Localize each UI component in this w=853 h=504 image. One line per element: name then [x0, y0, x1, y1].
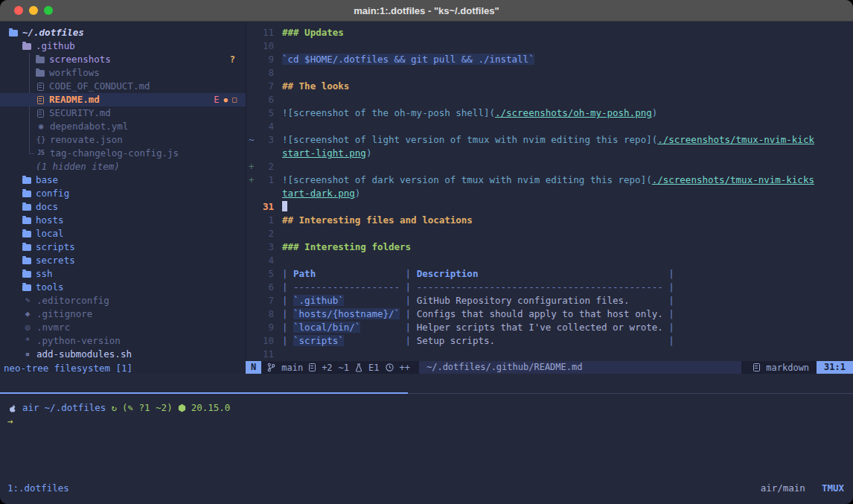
link-url[interactable]: tart-dark.png: [282, 188, 355, 199]
git-sign: [246, 267, 256, 281]
sidebar-item-add-submodules[interactable]: ▪ add-submodules.sh: [0, 348, 246, 361]
line-number: 3: [256, 133, 274, 147]
editor-line[interactable]: 4: [246, 120, 853, 133]
link-url[interactable]: ./screenshots/tmux-nvim-kicks: [652, 174, 814, 185]
sidebar-item-label: dependabot.yml: [50, 120, 128, 133]
zoom-button[interactable]: [44, 6, 53, 15]
git-branch-icon: [267, 363, 275, 372]
table-pipe: |: [282, 308, 293, 319]
table-cell: Setup scripts.: [417, 335, 495, 346]
table-pipe: |: [663, 268, 674, 279]
link-label: ![screenshot of light version of tmux wi…: [282, 134, 657, 145]
apple-icon: [7, 403, 17, 413]
git-sign: [246, 66, 256, 80]
sidebar-item-config[interactable]: config: [0, 187, 246, 200]
sidebar-item-renovate[interactable]: {} renovate.json: [0, 133, 246, 147]
sidebar-item-workflows[interactable]: workflows: [0, 66, 246, 80]
editor-line[interactable]: 4: [246, 254, 853, 267]
table-row-line[interactable]: 10 | `scripts` | Setup scripts. |: [246, 334, 853, 348]
pane-divider-active[interactable]: [0, 392, 408, 394]
editor-line[interactable]: 6: [246, 93, 853, 106]
git-sign: [246, 187, 256, 200]
link-url[interactable]: start-light.png: [282, 147, 366, 159]
sidebar-item-nvmrc[interactable]: ◎ .nvmrc: [0, 321, 246, 334]
pane-divider-inactive[interactable]: [408, 393, 853, 394]
sidebar-item-security[interactable]: SECURITY.md: [0, 106, 246, 120]
git-add-sign: +: [246, 173, 256, 187]
file-status-flags: E ● □: [214, 93, 237, 106]
editor-line[interactable]: 7 ## The looks: [246, 80, 853, 93]
editor-line[interactable]: 5 ![screenshot of the oh-my-posh shell](…: [246, 106, 853, 120]
editor-cursor-line[interactable]: 31: [246, 200, 853, 214]
shell-input-line[interactable]: →: [7, 415, 853, 428]
close-button[interactable]: [14, 6, 23, 15]
tmux-window-item[interactable]: 1:.dotfiles: [7, 482, 69, 495]
sidebar-item-gitignore[interactable]: ◆ .gitignore: [0, 307, 246, 321]
sidebar-item-docs[interactable]: docs: [0, 200, 246, 214]
sidebar-item-dependabot[interactable]: ◉ dependabot.yml: [0, 120, 246, 133]
table-row-line[interactable]: 9 | `local/bin/` | Helper scripts that I…: [246, 321, 853, 334]
editor-line[interactable]: 9 `cd $HOME/.dotfiles && git pull && ./i…: [246, 53, 853, 66]
editor-line[interactable]: 11: [246, 348, 853, 361]
editor-line[interactable]: 10: [246, 39, 853, 53]
table-separator-line[interactable]: 6 | ------------------- | --------------…: [246, 281, 853, 294]
inline-code: `scripts`: [293, 335, 344, 346]
shell-prompt-line[interactable]: air ~/.dotfiles ↻ (✎ ?1 ~2) 20.15.0: [7, 401, 853, 415]
table-pipe: |: [400, 335, 417, 346]
link-url[interactable]: ./screenshots/oh-my-posh.png: [495, 107, 652, 118]
git-sign: [246, 334, 256, 348]
sidebar-item-label: .editorconfig: [36, 294, 109, 307]
table-header-line[interactable]: 5 | Path | Description |: [246, 267, 853, 281]
editor-line-wrap[interactable]: start-light.png): [246, 147, 853, 160]
sidebar-item-readme[interactable]: README.md E ● □: [0, 93, 246, 106]
line-number: 2: [256, 160, 274, 173]
window-title: main:1:.dotfiles - "ks~/.dotfiles": [354, 5, 499, 16]
sidebar-item-editorconfig[interactable]: ✎ .editorconfig: [0, 294, 246, 307]
link-url[interactable]: ./screenshots/tmux-nvim-kick: [657, 134, 814, 145]
editor-line[interactable]: 2: [246, 227, 853, 240]
table-row-line[interactable]: 7 | `.github` | GitHub Repository config…: [246, 294, 853, 307]
sidebar-item-secrets[interactable]: secrets: [0, 254, 246, 267]
line-number: 6: [256, 281, 274, 294]
editor-line[interactable]: 3 ### Interesting folders: [246, 240, 853, 254]
line-number: 7: [256, 294, 274, 307]
git-sign: [246, 321, 256, 334]
sidebar-hidden-count[interactable]: (1 hidden item): [0, 160, 246, 173]
editor-line[interactable]: +2: [246, 160, 853, 173]
line-number: [256, 187, 274, 200]
table-pipe: |: [400, 295, 417, 306]
sidebar-item-ssh[interactable]: ssh: [0, 267, 246, 281]
git-sign: [246, 307, 256, 321]
git-sign: [246, 26, 256, 39]
sidebar-item-github[interactable]: .github: [0, 39, 246, 53]
line-number: 1: [256, 214, 274, 227]
sidebar-item-tools[interactable]: tools: [0, 281, 246, 294]
sidebar-item-code-of-conduct[interactable]: CODE_OF_CONDUCT.md: [0, 80, 246, 93]
inline-code: `local/bin/`: [293, 322, 360, 333]
unstaged-flag-icon: □: [232, 93, 237, 106]
editor-line[interactable]: 11 ### Updates: [246, 26, 853, 39]
sidebar-item-base[interactable]: base: [0, 173, 246, 187]
sidebar-item-local[interactable]: local: [0, 227, 246, 240]
editor-line[interactable]: +1 ![screenshot of dark version of tmux …: [246, 173, 853, 187]
editor-line[interactable]: 8: [246, 66, 853, 80]
sidebar-item-label: local: [36, 227, 64, 240]
editor-line-wrap[interactable]: tart-dark.png): [246, 187, 853, 200]
editor-line[interactable]: 1 ## Interesting files and locations: [246, 214, 853, 227]
line-number: 8: [256, 66, 274, 80]
cwd-path: ~/.dotfiles: [45, 401, 106, 415]
sidebar-item-hosts[interactable]: hosts: [0, 214, 246, 227]
sidebar-item-root[interactable]: ~/.dotfiles: [0, 26, 246, 39]
table-row-line[interactable]: 8 | `hosts/{hostname}/` | Configs that s…: [246, 307, 853, 321]
git-branch-name: main: [281, 361, 303, 374]
sidebar-item-scripts[interactable]: scripts: [0, 240, 246, 254]
editor-line[interactable]: ~3 ![screenshot of light version of tmux…: [246, 133, 853, 147]
sidebar-item-label: tools: [36, 281, 64, 294]
sidebar-item-tag-changelog[interactable]: JS tag-changelog-config.js: [0, 147, 246, 160]
sidebar-item-screenshots[interactable]: screenshots ?: [0, 53, 246, 66]
minimize-button[interactable]: [29, 6, 38, 15]
sidebar-item-label: docs: [36, 200, 58, 214]
git-sign: [246, 93, 256, 106]
sidebar-item-python-version[interactable]: * .python-version: [0, 334, 246, 348]
table-pad: [316, 268, 400, 279]
